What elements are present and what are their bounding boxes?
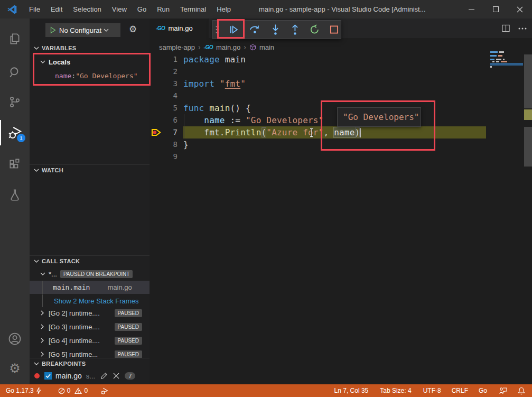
call-stack-section-header[interactable]: CALL STACK: [30, 255, 150, 266]
menu-file[interactable]: File: [24, 0, 45, 19]
tab-main-go[interactable]: -GO main.go: [150, 19, 209, 38]
stack-frame-row[interactable]: main.main main.go: [30, 281, 150, 294]
notifications-bell-icon[interactable]: [514, 387, 529, 395]
go-file-icon: -GO: [156, 25, 165, 31]
breakpoint-row[interactable]: main.go s... 7: [30, 370, 150, 382]
remove-breakpoint-icon[interactable]: [113, 373, 119, 379]
run-debug-icon[interactable]: 1: [0, 120, 30, 145]
code-line-9: 9: [150, 151, 532, 163]
goroutine-row[interactable]: [Go 2] runtime.... PAUSED: [30, 307, 150, 319]
extensions-icon[interactable]: [0, 152, 30, 177]
chevron-right-icon: [40, 310, 44, 316]
activity-bar: 1 ⚙: [0, 19, 30, 384]
window-title: main.go - sample-app - Visual Studio Cod…: [259, 0, 426, 19]
explorer-icon[interactable]: [0, 26, 30, 51]
paused-on-breakpoint-badge: PAUSED ON BREAKPOINT: [60, 270, 133, 278]
variable-row[interactable]: name: "Go Developers": [30, 69, 150, 82]
continue-button[interactable]: [228, 24, 239, 35]
debug-config-dropdown[interactable]: No Configurat: [45, 23, 120, 37]
goroutine-row[interactable]: [Go 4] runtime.... PAUSED: [30, 334, 150, 347]
error-count: 0: [67, 387, 71, 394]
thread-row[interactable]: *... PAUSED ON BREAKPOINT: [30, 267, 150, 280]
feedback-icon[interactable]: [495, 387, 511, 394]
code-line-2: 2: [150, 66, 532, 78]
go-version-status[interactable]: Go 1.17.3: [2, 387, 45, 394]
minimap[interactable]: [490, 50, 523, 88]
debug-value-tooltip: "Go Developers": [337, 107, 421, 127]
split-editor-icon[interactable]: [502, 24, 510, 32]
tab-size-status[interactable]: Tab Size: 4: [376, 387, 415, 394]
tree-indent-guide: [42, 281, 43, 294]
menu-help[interactable]: Help: [211, 0, 236, 19]
frame-file: main.go: [107, 283, 132, 291]
tree-indent-guide: [42, 294, 43, 307]
breadcrumb-separator: ›: [198, 43, 201, 51]
breadcrumb-symbol[interactable]: main: [259, 43, 274, 51]
show-more-frames-link[interactable]: Show 2 More Stack Frames: [30, 294, 150, 307]
edit-breakpoint-icon[interactable]: [100, 372, 108, 380]
cursor-position-status[interactable]: Ln 7, Col 35: [331, 387, 372, 394]
thread-label: *...: [49, 270, 57, 278]
code-line-4: 4: [150, 90, 532, 102]
restart-button[interactable]: [309, 24, 320, 35]
breadcrumb-file[interactable]: main.go: [216, 43, 240, 51]
menu-edit[interactable]: Edit: [45, 0, 68, 19]
current-statement-breakpoint-icon[interactable]: [151, 128, 161, 137]
encoding-status[interactable]: UTF-8: [419, 387, 445, 394]
paused-badge: PAUSED: [115, 350, 142, 358]
code-line-7: 7 fmt.Println("Azure for", name): [150, 126, 532, 139]
step-out-button[interactable]: [290, 23, 300, 36]
chevron-down-icon: [34, 46, 39, 50]
settings-gear-icon[interactable]: ⚙: [0, 356, 30, 381]
start-debug-icon[interactable]: [49, 26, 57, 34]
scrollbar-slider[interactable]: [524, 54, 532, 108]
search-icon[interactable]: [0, 60, 30, 85]
menu-run[interactable]: Run: [152, 0, 175, 19]
menu-terminal[interactable]: Terminal: [175, 0, 211, 19]
problems-status[interactable]: 0 0: [54, 387, 91, 394]
menu-selection[interactable]: Selection: [68, 0, 106, 19]
locals-scope-row[interactable]: Locals: [30, 56, 150, 68]
breadcrumb-project[interactable]: sample-app: [159, 43, 195, 51]
debug-sidebar: No Configurat ⚙ VARIABLES Locals name: "…: [30, 19, 150, 384]
chevron-down-icon: [34, 168, 39, 172]
frame-function: main.main: [53, 283, 90, 291]
account-icon[interactable]: [0, 326, 30, 352]
chevron-down-icon: [34, 259, 39, 263]
breakpoints-section-header[interactable]: BREAKPOINTS: [30, 358, 150, 368]
stop-button[interactable]: [330, 25, 339, 34]
breadcrumb: sample-app › -GO main.go › main: [159, 41, 274, 53]
testing-icon[interactable]: [0, 182, 30, 208]
eol-status[interactable]: CRLF: [448, 387, 472, 394]
indent-guide: [184, 114, 184, 139]
language-mode-status[interactable]: Go: [475, 387, 491, 394]
editor-scrollbar[interactable]: [524, 19, 532, 384]
minimize-button[interactable]: [459, 0, 483, 19]
errors-icon: [58, 387, 65, 394]
scrollbar-slider[interactable]: [524, 127, 532, 167]
toolbar-drag-handle[interactable]: [215, 25, 220, 34]
paused-badge: PAUSED: [115, 323, 142, 331]
menu-view[interactable]: View: [107, 0, 132, 19]
vscode-logo-icon: [7, 4, 17, 15]
step-over-button[interactable]: [249, 23, 261, 36]
step-into-button[interactable]: [270, 23, 281, 36]
menu-go[interactable]: Go: [132, 0, 152, 19]
debug-count-badge: 1: [17, 134, 25, 142]
source-control-icon[interactable]: [0, 89, 30, 115]
warning-count: 0: [84, 387, 88, 394]
go-file-icon: -GO: [204, 44, 213, 50]
code-line-8: 8}: [150, 139, 532, 151]
debug-status-icon[interactable]: [97, 387, 113, 395]
variables-section-header[interactable]: VARIABLES: [30, 43, 150, 53]
breakpoint-checkbox[interactable]: [44, 372, 52, 380]
code-line-1: 1package main: [150, 53, 532, 66]
editor-pane: -GO main.go sample-app › -GO main.go › m…: [150, 19, 532, 384]
close-button[interactable]: [508, 0, 532, 19]
goroutine-row[interactable]: [Go 3] runtime.... PAUSED: [30, 320, 150, 333]
watch-section-header[interactable]: WATCH: [30, 164, 150, 175]
variable-name: name: [55, 72, 71, 80]
maximize-button[interactable]: [483, 0, 508, 19]
mouse-text-cursor: [309, 128, 314, 137]
debug-settings-gear-icon[interactable]: ⚙: [129, 24, 137, 34]
